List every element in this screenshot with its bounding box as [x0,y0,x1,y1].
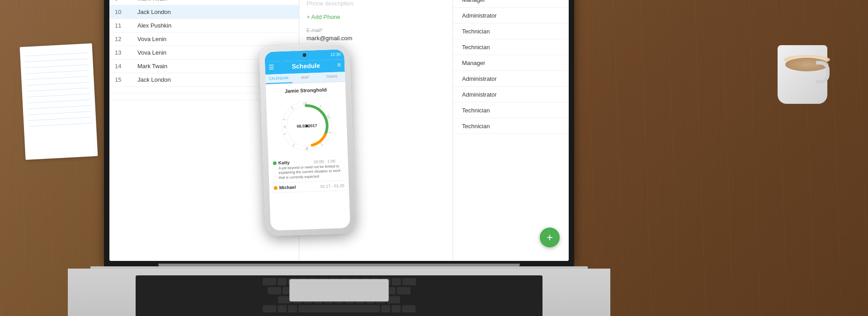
notepad-line [27,99,90,103]
notepad-line [28,123,92,126]
task-1-person: Katty [278,160,290,165]
task-card-2: Michael 01:17 - 01:25 [272,181,346,193]
role-row: Manager [453,55,569,71]
email-field-group: E-mail* mark@gmail.com [307,28,445,42]
phone-mockup: 12:30 ☰ Schedule ≡ CALENDAR MAP TASKS [259,44,356,237]
notepad-lines [20,43,97,137]
task-1-description: A job beyond or need not be limited to e… [273,164,344,181]
role-row: Administrator [453,71,569,87]
phone-body: 12:30 ☰ Schedule ≡ CALENDAR MAP TASKS [259,44,356,237]
roles-panel: ManagerAdministratorTechnicianTechnician… [453,0,569,261]
roles-list: ManagerAdministratorTechnicianTechnician… [453,0,569,134]
role-row: Administrator [453,87,569,102]
svg-text:9: 9 [284,125,286,129]
key[interactable] [263,278,276,285]
key[interactable] [402,305,415,312]
hamburger-icon[interactable]: ☰ [269,63,275,70]
svg-line-8 [292,144,294,147]
phone-placeholder: Phone description [307,0,354,7]
row-name: Mark Twain [137,0,293,2]
role-row: Technician [453,39,569,55]
task-1-time: 10:00 - 1:00 [313,158,335,164]
notepad-line [25,58,88,62]
task-2-time: 01:17 - 01:25 [320,183,344,189]
notepad-line [27,93,90,97]
row-number: 12 [115,36,137,42]
filter-icon[interactable]: ≡ [337,61,341,68]
add-phone-field[interactable]: + Add Phone [307,14,445,20]
row-number: 9 [115,0,137,2]
svg-line-11 [291,106,293,109]
tab-tasks[interactable]: TASKS [318,72,345,82]
key[interactable] [392,278,401,285]
mug-handle [816,61,830,84]
task-2-person: Michael [279,185,296,190]
task-card-2-header: Michael 01:17 - 01:25 [274,183,344,190]
task-dot-orange [274,186,278,190]
tab-map[interactable]: MAP [292,73,319,83]
tab-tasks-label: TASKS [326,74,338,79]
row-name: Jack London [137,9,293,15]
task-card-1: Katty 10:00 - 1:00 ⋮ A job beyond or nee… [271,156,346,183]
key[interactable] [402,278,416,285]
dial-date: 08.02.2017 [297,123,317,129]
key[interactable] [392,305,401,312]
table-row[interactable]: 11 Alex Pushkin [109,19,299,33]
touchpad[interactable] [289,279,389,302]
key[interactable] [397,287,410,294]
email-label: E-mail* [307,28,445,33]
notepad-line [28,111,91,115]
svg-text:12: 12 [303,102,307,105]
notepad-line [26,76,89,79]
svg-line-10 [283,119,286,120]
role-row: Technician [453,102,569,118]
notepad-line [27,88,90,91]
plus-icon: + [547,231,553,244]
table-row[interactable]: 12 Vova Lenin [109,33,299,46]
person-name-header: Jamie Stronghold [269,84,343,96]
notepad-line [25,64,89,68]
notepad-line [28,117,91,121]
tab-map-label: MAP [301,75,309,80]
phone-schedule-content: Jamie Stronghold [266,82,349,196]
notepad-line [25,52,88,56]
fab-add-button[interactable]: + [540,228,560,247]
svg-text:6: 6 [306,147,307,150]
add-phone-link[interactable]: + Add Phone [307,14,445,20]
svg-line-9 [283,134,286,135]
role-row: Administrator [453,8,569,23]
schedule-dial: 12 3 6 9 08.02.2017 [277,96,337,156]
row-number: 15 [115,76,137,83]
key[interactable] [268,287,281,294]
coffee-mug [773,36,832,108]
keyboard-row-spacebar [138,305,540,312]
role-row: Manager [453,0,569,8]
task-dot-green [273,161,277,165]
notepad [20,43,98,160]
email-value: mark@gmail.com [307,35,445,42]
table-row[interactable]: 9 Mark Twain [109,0,299,5]
phone-field: Phone description [307,0,445,7]
row-number: 10 [115,9,137,15]
spacebar-key[interactable] [298,305,380,312]
key[interactable] [381,305,390,312]
svg-text:3: 3 [327,114,329,117]
svg-line-5 [328,132,331,133]
svg-line-3 [319,105,321,108]
key[interactable] [278,278,287,285]
phone-time: 12:30 [330,52,341,57]
task-1-more-icon[interactable]: ⋮ [339,158,343,163]
row-number: 14 [115,63,137,70]
key[interactable] [263,305,276,312]
svg-line-6 [321,143,322,146]
notepad-line [26,70,89,74]
phone-header-title: Schedule [292,62,320,70]
tab-calendar[interactable]: CALENDAR [265,74,292,84]
table-row[interactable]: 10 Jack London [109,5,299,19]
key[interactable] [278,305,287,312]
key[interactable] [288,305,297,312]
row-number: 13 [115,49,137,56]
notepad-line [26,82,90,85]
role-row: Technician [453,23,569,39]
role-row: Technician [453,118,569,134]
